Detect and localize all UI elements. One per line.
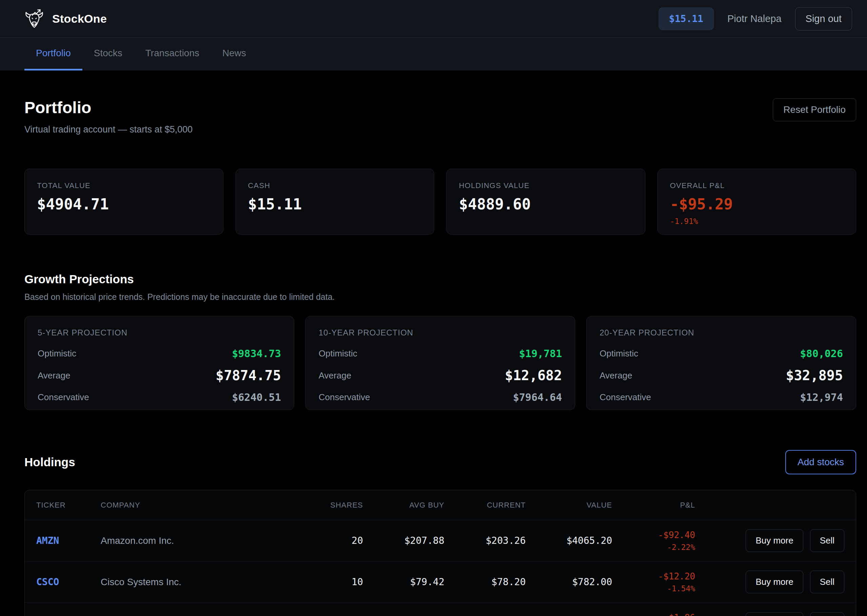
projection-card-title: 20-YEAR PROJECTION [600, 328, 843, 338]
page-subtitle: Virtual trading account — starts at $5,0… [24, 124, 192, 135]
stat-value: $4904.71 [37, 195, 211, 213]
sell-button[interactable]: Sell [810, 529, 844, 552]
projection-row-value: $7964.64 [513, 391, 562, 403]
company-name: Amazon.com Inc. [101, 535, 302, 546]
stat-card-total-value: TOTAL VALUE $4904.71 [24, 169, 223, 234]
avg-buy-value: $79.42 [363, 576, 444, 588]
stat-percent: -1.91% [670, 217, 844, 226]
projection-row-label: Conservative [319, 392, 370, 402]
projection-row-label: Conservative [38, 392, 89, 402]
pl-percent: -1.54% [667, 584, 695, 593]
projection-row-label: Optimistic [319, 348, 357, 359]
stat-label: HOLDINGS VALUE [459, 181, 633, 190]
projection-row-label: Average [600, 370, 632, 381]
table-row-csco: CSCO Cisco Systems Inc. 10 $79.42 $78.20… [25, 561, 856, 603]
tab-stocks[interactable]: Stocks [82, 38, 134, 71]
bull-logo-icon [24, 8, 45, 29]
pl-cell: -$1.86 -4.20% [612, 613, 695, 616]
col-pl: P&L [612, 501, 695, 510]
col-ticker: TICKER [36, 501, 101, 510]
projection-card-10-year: 10-YEAR PROJECTION Optimistic $19,781 Av… [305, 316, 575, 410]
ticker-link[interactable]: AMZN [36, 535, 101, 546]
projection-row-value: $32,895 [786, 368, 843, 383]
projection-row-conservative: Conservative $7964.64 [319, 391, 562, 403]
pl-percent: -2.22% [667, 543, 695, 552]
main-nav: Portfolio Stocks Transactions News [0, 37, 867, 71]
projections-subtitle: Based on historical price trends. Predic… [24, 292, 856, 302]
stat-card-holdings-value: HOLDINGS VALUE $4889.60 [446, 169, 645, 234]
reset-portfolio-button[interactable]: Reset Portfolio [773, 98, 856, 121]
col-company: COMPANY [101, 501, 302, 510]
projection-row-conservative: Conservative $12,974 [600, 391, 843, 403]
projection-row-optimistic: Optimistic $80,026 [600, 348, 843, 360]
stat-label: TOTAL VALUE [37, 181, 211, 190]
avg-buy-value: $207.88 [363, 535, 444, 546]
tab-transactions[interactable]: Transactions [134, 38, 211, 71]
projection-row-value: $7874.75 [216, 368, 281, 383]
projection-row-value: $80,026 [800, 348, 843, 360]
projection-row-label: Conservative [600, 392, 651, 402]
projection-row-label: Optimistic [600, 348, 638, 359]
shares-value: 20 [302, 535, 363, 546]
projection-row-value: $6240.51 [232, 391, 281, 403]
sell-button[interactable]: Sell [810, 570, 844, 593]
top-bar: StockOne $15.11 Piotr Nalepa Sign out [0, 0, 867, 37]
projection-row-average: Average $7874.75 [38, 368, 281, 383]
buy-more-button[interactable]: Buy more [746, 570, 803, 593]
buy-more-button[interactable]: Buy more [746, 612, 803, 616]
col-avg-buy: AVG BUY [363, 501, 444, 510]
stats-row: TOTAL VALUE $4904.71 CASH $15.11 HOLDING… [24, 169, 856, 234]
current-price-value: $78.20 [444, 576, 526, 588]
stat-value: $15.11 [248, 195, 422, 213]
pl-amount: -$92.40 [658, 530, 695, 540]
add-stocks-button[interactable]: Add stocks [785, 450, 856, 475]
projection-cards: 5-YEAR PROJECTION Optimistic $9834.73 Av… [24, 316, 856, 410]
projection-row-label: Average [38, 370, 70, 381]
top-bar-right: $15.11 Piotr Nalepa Sign out [659, 7, 852, 30]
projections-title: Growth Projections [24, 272, 856, 286]
page-head: Portfolio Virtual trading account — star… [24, 98, 856, 135]
projection-row-value: $19,781 [519, 348, 562, 360]
sign-out-button[interactable]: Sign out [795, 7, 852, 30]
holdings-table: TICKER COMPANY SHARES AVG BUY CURRENT VA… [24, 490, 856, 616]
projection-row-value: $9834.73 [232, 348, 281, 360]
shares-value: 10 [302, 576, 363, 588]
stat-card-cash: CASH $15.11 [236, 169, 434, 234]
tab-news[interactable]: News [211, 38, 258, 71]
projection-card-5-year: 5-YEAR PROJECTION Optimistic $9834.73 Av… [24, 316, 294, 410]
stat-label: OVERALL P&L [670, 181, 844, 190]
table-row-amzn: AMZN Amazon.com Inc. 20 $207.88 $203.26 … [25, 520, 856, 561]
pl-cell: -$92.40 -2.22% [612, 530, 695, 552]
position-value: $782.00 [526, 576, 612, 588]
holdings-section: Holdings Add stocks TICKER COMPANY SHARE… [24, 450, 856, 616]
projection-row-optimistic: Optimistic $19,781 [319, 348, 562, 360]
sell-button[interactable]: Sell [810, 612, 844, 616]
user-name: Piotr Nalepa [727, 13, 782, 24]
projection-row-value: $12,682 [505, 368, 562, 383]
tab-portfolio[interactable]: Portfolio [24, 38, 82, 71]
projection-card-title: 5-YEAR PROJECTION [38, 328, 281, 338]
col-current: CURRENT [444, 501, 526, 510]
cash-balance-badge[interactable]: $15.11 [659, 8, 714, 30]
projection-card-20-year: 20-YEAR PROJECTION Optimistic $80,026 Av… [586, 316, 856, 410]
row-actions: Buy more Sell [695, 612, 844, 616]
main-content: Portfolio Virtual trading account — star… [0, 98, 867, 616]
projection-row-label: Optimistic [38, 348, 76, 359]
col-shares: SHARES [302, 501, 363, 510]
projection-row-average: Average $12,682 [319, 368, 562, 383]
projection-row-average: Average $32,895 [600, 368, 843, 383]
growth-projections-section: Growth Projections Based on historical p… [24, 272, 856, 410]
stat-value: -$95.29 [670, 195, 844, 213]
col-value: VALUE [526, 501, 612, 510]
stat-label: CASH [248, 181, 422, 190]
pl-amount: -$1.86 [663, 613, 695, 616]
ticker-link[interactable]: CSCO [36, 576, 101, 588]
projection-row-value: $12,974 [800, 391, 843, 403]
position-value: $4065.20 [526, 535, 612, 546]
brand: StockOne [24, 8, 107, 29]
table-row-hpe: HPE Hewlett Packard Enterprise Company 2… [25, 603, 856, 616]
projection-row-conservative: Conservative $6240.51 [38, 391, 281, 403]
buy-more-button[interactable]: Buy more [746, 529, 803, 552]
company-name: Cisco Systems Inc. [101, 577, 302, 588]
pl-cell: -$12.20 -1.54% [612, 571, 695, 593]
